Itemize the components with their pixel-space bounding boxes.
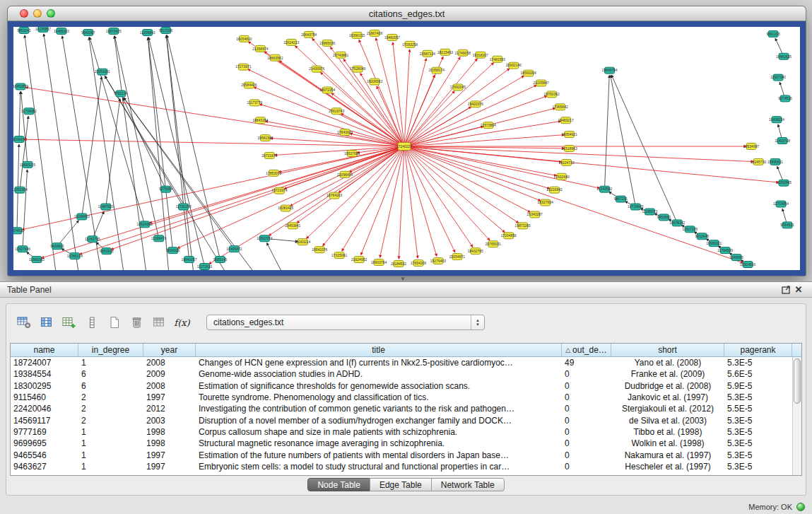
cell-short: Nakamura et al. (1997) — [611, 450, 724, 460]
graph-node-label: 12703654 — [773, 201, 789, 206]
cell-year: 1997 — [143, 450, 196, 460]
zoom-window-button[interactable] — [47, 9, 55, 18]
new-column-button[interactable] — [59, 314, 78, 332]
column-header-out_de[interactable]: △out_de… — [562, 344, 611, 356]
scrollbar-thumb[interactable] — [794, 358, 801, 404]
cell-out_degree: 0 — [562, 462, 611, 472]
column-header-title[interactable]: title — [196, 344, 562, 356]
cell-pagerank: 5.3E-5 — [724, 358, 792, 368]
table-body: 1872400712008Changes of HCN gene express… — [11, 357, 792, 475]
table-selector[interactable]: citations_edges.txt ▲▼ — [206, 315, 485, 330]
graph-node-label: 17843920 — [337, 130, 353, 134]
cell-short: Tibbo et al. (1998) — [611, 427, 724, 437]
graph-edge — [123, 98, 166, 189]
graph-node-label: 16534997 — [743, 144, 759, 148]
column-header-pagerank[interactable]: pagerank — [724, 344, 792, 356]
graph-node-label: 11764509 — [717, 248, 733, 252]
close-panel-icon[interactable]: ✕ — [792, 284, 805, 296]
import-table-icon — [153, 317, 166, 328]
graph-node-label: 9245083 — [729, 255, 743, 259]
graph-node-label: 11485203 — [54, 29, 69, 33]
cell-pagerank: 5.3E-5 — [724, 392, 792, 402]
cell-short: Jankovic et al. (1997) — [611, 392, 724, 402]
graph-node-label: 11052384 — [13, 187, 28, 192]
table-row[interactable]: 911546021997Tourette syndrome. Phenomeno… — [11, 392, 792, 403]
graph-edge — [404, 146, 530, 212]
graph-node-label: 21430976 — [309, 66, 324, 71]
network-canvas[interactable]: 1724022716054810213589741866356222024213… — [13, 27, 800, 270]
graph-node-label: 9642087 — [81, 30, 95, 35]
graph-edge — [404, 146, 541, 201]
graph-edge — [404, 146, 550, 189]
table-row[interactable]: 1872400712008Changes of HCN gene express… — [11, 357, 792, 368]
column-header-name[interactable]: name — [11, 344, 78, 356]
cell-year: 2008 — [143, 358, 196, 368]
close-window-button[interactable] — [20, 9, 28, 18]
graph-node-label: 18593204 — [521, 71, 536, 75]
window-titlebar[interactable]: citations_edges.txt — [8, 6, 806, 21]
network-view[interactable]: 1724022716054810213589741866356222024213… — [13, 27, 800, 270]
graph-node-label: 10263945 — [776, 181, 792, 185]
network-window[interactable]: citations_edges.txt 17240227160548102135… — [7, 6, 806, 276]
graph-node-label: 21205847 — [534, 81, 549, 85]
show-columns-button[interactable] — [37, 314, 56, 332]
table-row[interactable]: 1456911722003Disruption of a novel membe… — [11, 414, 792, 426]
table-row[interactable]: 2242004622012Investigating the contribut… — [11, 403, 792, 414]
new-table-button[interactable] — [105, 314, 124, 332]
graph-node-label: 18215463 — [437, 50, 453, 54]
import-table-button[interactable] — [150, 314, 169, 332]
graph-node-label: 19965036 — [319, 41, 335, 45]
table-row[interactable]: 977716911998Corpus callosum shape and si… — [11, 426, 792, 438]
graph-node-label: 9683145 — [213, 257, 228, 262]
cell-year: 2009 — [143, 369, 196, 379]
graph-node-label: 19104732 — [559, 160, 575, 165]
table-row[interactable]: 946554611997Estimation of the future num… — [11, 449, 792, 460]
cell-out_degree: 0 — [562, 438, 611, 448]
row-selection-button[interactable] — [82, 314, 101, 332]
table-row[interactable]: 969969511998Structural magnetic resonanc… — [11, 438, 792, 449]
table-tabs: Node TableEdge TableNetwork Table — [0, 478, 812, 491]
cell-pagerank: 5.3E-5 — [724, 462, 792, 472]
graph-node-label: 16381425 — [278, 206, 293, 210]
table-options-icon — [17, 316, 31, 329]
graph-edge — [90, 37, 145, 225]
graph-node-label: 17692045 — [450, 85, 466, 89]
cell-year: 1997 — [143, 462, 196, 472]
table-options-button[interactable] — [14, 314, 33, 332]
graph-node-label: 10268453 — [74, 214, 90, 218]
cell-in_degree: 1 — [78, 450, 143, 460]
float-panel-icon[interactable] — [779, 284, 792, 296]
column-header-year[interactable]: year — [143, 344, 196, 356]
column-header-short[interactable]: short — [611, 344, 724, 356]
window-title: citations_edges.txt — [8, 8, 806, 19]
table-row[interactable]: 1830029562008Estimation of significance … — [11, 380, 792, 392]
graph-node-label: 18663562 — [267, 56, 283, 60]
graph-node-label: 18327604 — [538, 200, 553, 204]
graph-node-label: 20765031 — [486, 242, 501, 246]
table-toolbar: f(x) citations_edges.txt ▲▼ — [14, 313, 485, 332]
graph-node-label: 20743861 — [333, 53, 348, 57]
graph-node-label: 19721974 — [271, 188, 287, 192]
graph-node-label: 17325061 — [331, 253, 347, 257]
tab-node-table[interactable]: Node Table — [307, 478, 370, 491]
graph-edge — [404, 146, 779, 182]
function-builder-button[interactable]: f(x) — [172, 314, 192, 332]
delete-table-button[interactable] — [127, 314, 146, 332]
graph-node-label: 17481593 — [490, 57, 505, 62]
graph-node-label: 19318207 — [473, 53, 488, 57]
graph-node-label: 21358974 — [252, 47, 268, 51]
graph-node-label: 20584426 — [241, 83, 257, 87]
graph-node-label: 11590283 — [29, 257, 45, 262]
graph-node-label: 20483217 — [558, 118, 574, 122]
table-row[interactable]: 1938455462009Genome-wide association stu… — [11, 368, 792, 380]
graph-node-label: 9453860 — [657, 215, 671, 219]
table-row[interactable]: 946362711997Embryonic stem cells: a mode… — [11, 461, 792, 472]
minimize-window-button[interactable] — [33, 9, 42, 18]
cell-in_degree: 2 — [78, 416, 143, 426]
tab-edge-table[interactable]: Edge Table — [370, 478, 432, 491]
tab-network-table[interactable]: Network Table — [431, 478, 505, 491]
graph-node-label: 21573804 — [481, 123, 496, 127]
graph-edge — [604, 76, 609, 189]
column-header-in_degree[interactable]: in_degree — [78, 344, 143, 356]
vertical-scrollbar[interactable] — [792, 357, 801, 475]
